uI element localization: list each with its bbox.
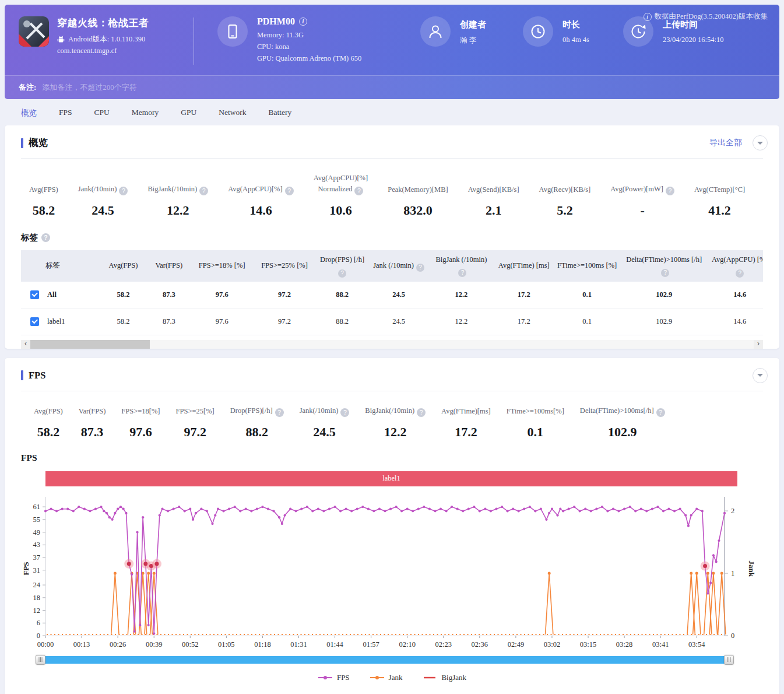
- svg-text:03:02: 03:02: [544, 640, 560, 649]
- horizontal-scrollbar[interactable]: ‹ ›: [21, 340, 763, 349]
- tab-概览[interactable]: 概览: [21, 108, 37, 118]
- fps-metric-7: Avg(FTime)[ms]17.2: [441, 405, 491, 440]
- legend-item-BigJank[interactable]: BigJank: [422, 673, 466, 682]
- collector-note: i 数据由PerfDog(3.5.200402)版本收集: [644, 12, 768, 22]
- help-icon[interactable]: ?: [340, 408, 349, 417]
- svg-text:00:00: 00:00: [37, 640, 54, 649]
- row-checkbox[interactable]: [30, 290, 39, 299]
- export-all-link[interactable]: 导出全部: [709, 138, 742, 148]
- help-icon[interactable]: ?: [661, 269, 669, 277]
- column-header-4: FPS>=25% [%]: [253, 250, 315, 282]
- overview-metrics: Avg(FPS)58.2Jank(/10min)?24.5BigJank(/10…: [5, 159, 779, 223]
- overview-collapse-button[interactable]: [753, 135, 768, 150]
- fps-metric-label: FTime>=100ms[%]: [507, 406, 564, 417]
- help-icon[interactable]: ?: [354, 187, 363, 195]
- column-header-2: Var(FPS): [147, 250, 191, 282]
- table-cell: 88.2: [316, 282, 369, 309]
- fps-collapse-button[interactable]: [753, 368, 768, 383]
- phone-icon: [217, 16, 248, 47]
- table-cell: 12.2: [429, 282, 494, 309]
- svg-text:49: 49: [33, 528, 41, 536]
- overview-metric-1: Jank(/10min)?24.5: [78, 173, 128, 218]
- fps-metric-5: Jank(/10min)?24.5: [300, 405, 350, 440]
- report-header: i 数据由PerfDog(3.5.200402)版本收集 穿越火线：枪战王者: [5, 5, 779, 99]
- scrollbar-thumb[interactable]: [30, 340, 150, 349]
- fps-chart[interactable]: 0612182431374349556101200:0000:1300:2600…: [21, 490, 763, 653]
- scrollbar-track[interactable]: [150, 340, 754, 349]
- table-cell: 102.9: [620, 308, 708, 335]
- tab-GPU[interactable]: GPU: [181, 108, 196, 118]
- svg-text:02:36: 02:36: [472, 640, 488, 649]
- remark-bar: 备注: 添加备注，不超过200个字符: [5, 75, 779, 99]
- legend-item-Jank[interactable]: Jank: [370, 673, 403, 682]
- app-title: 穿越火线：枪战王者: [57, 16, 149, 30]
- help-icon[interactable]: ?: [338, 269, 346, 278]
- svg-text:1: 1: [731, 569, 734, 577]
- column-header-3: FPS>=18% [%]: [191, 250, 253, 282]
- help-icon[interactable]: ?: [417, 408, 426, 417]
- svg-text:FPS: FPS: [22, 562, 30, 575]
- legend-label: FPS: [337, 673, 350, 682]
- duration-value: 0h 4m 4s: [562, 36, 589, 44]
- fps-metric-label: Delta(FTime)>100ms[/h]?: [580, 405, 665, 417]
- help-icon[interactable]: ?: [41, 233, 50, 242]
- svg-text:0: 0: [37, 632, 40, 640]
- table-cell: 0.1: [554, 308, 620, 335]
- help-icon[interactable]: ?: [199, 187, 208, 195]
- help-icon[interactable]: ?: [416, 264, 424, 272]
- overview-metric-value: 12.2: [147, 203, 208, 218]
- overview-metric-9: Avg(CTemp)[°C]41.2: [694, 173, 745, 218]
- overview-metric-5: Peak(Memory)[MB]832.0: [388, 173, 448, 218]
- fps-metric-4: Drop(FPS)[/h]?88.2: [230, 405, 284, 440]
- help-icon[interactable]: ?: [736, 269, 744, 278]
- overview-metric-label: Avg(AppCPU)[%]?: [228, 184, 294, 195]
- slider-handle-right[interactable]: [724, 655, 734, 665]
- help-icon[interactable]: ?: [285, 187, 294, 195]
- chart-range-slider: [21, 654, 763, 666]
- svg-text:03:28: 03:28: [616, 640, 632, 649]
- overview-title: 概览: [29, 136, 48, 149]
- remark-input[interactable]: 添加备注，不超过200个字符: [42, 82, 137, 93]
- table-body: All58.287.397.697.288.224.512.217.20.110…: [21, 282, 763, 335]
- svg-text:03:54: 03:54: [688, 640, 705, 649]
- fps-card: FPS Avg(FPS)58.2Var(FPS)87.3FPS>=18[%]97…: [5, 358, 779, 694]
- tab-CPU[interactable]: CPU: [94, 108, 110, 118]
- tab-Network[interactable]: Network: [219, 108, 246, 118]
- svg-text:01:31: 01:31: [290, 640, 307, 649]
- help-icon[interactable]: ?: [458, 269, 466, 277]
- legend-item-FPS[interactable]: FPS: [318, 673, 350, 682]
- label1-banner: label1: [45, 471, 737, 486]
- tab-Memory[interactable]: Memory: [132, 108, 159, 118]
- slider-handle-left[interactable]: [36, 655, 45, 665]
- table-cell: 97.2: [253, 282, 315, 309]
- tab-FPS[interactable]: FPS: [59, 108, 72, 118]
- labels-table-container: 标签Avg(FPS)Var(FPS)FPS>=18% [%]FPS>=25% […: [21, 250, 763, 335]
- column-header-5: Drop(FPS) [/h]?: [316, 250, 369, 282]
- scroll-right-button[interactable]: ›: [754, 340, 763, 349]
- grip-icon: [40, 657, 41, 662]
- chevron-down-icon: [757, 374, 763, 380]
- labels-title: 标签: [21, 232, 38, 243]
- overview-metric-label: Peak(Memory)[MB]: [388, 184, 448, 195]
- fps-section-title: FPS: [29, 370, 45, 381]
- header-divider: [194, 17, 194, 65]
- scroll-left-button[interactable]: ‹: [21, 340, 30, 349]
- tab-Battery[interactable]: Battery: [269, 108, 292, 118]
- overview-metric-3: Avg(AppCPU)[%]?14.6: [228, 173, 294, 218]
- help-icon[interactable]: ?: [275, 408, 284, 417]
- fps-metric-label: Drop(FPS)[/h]?: [230, 405, 284, 417]
- duration-card: 时长 0h 4m 4s: [523, 16, 621, 47]
- help-icon[interactable]: ?: [656, 408, 665, 417]
- row-checkbox[interactable]: [30, 317, 39, 326]
- overview-metric-value: 41.2: [694, 203, 745, 218]
- slider-track[interactable]: [44, 656, 726, 664]
- device-info-line: GPU: Qualcomm Adreno (TM) 650: [257, 54, 361, 63]
- upload-time-value: 23/04/2020 16:54:10: [663, 36, 724, 44]
- fps-metric-label: BigJank(/10min)?: [365, 405, 426, 417]
- fps-metric-value: 0.1: [507, 425, 564, 440]
- overview-metric-label: Avg(FPS): [29, 184, 58, 195]
- help-icon[interactable]: ?: [666, 187, 674, 195]
- help-icon[interactable]: ?: [119, 187, 128, 195]
- device-info-icon[interactable]: i: [299, 17, 307, 26]
- svg-text:00:13: 00:13: [73, 640, 90, 649]
